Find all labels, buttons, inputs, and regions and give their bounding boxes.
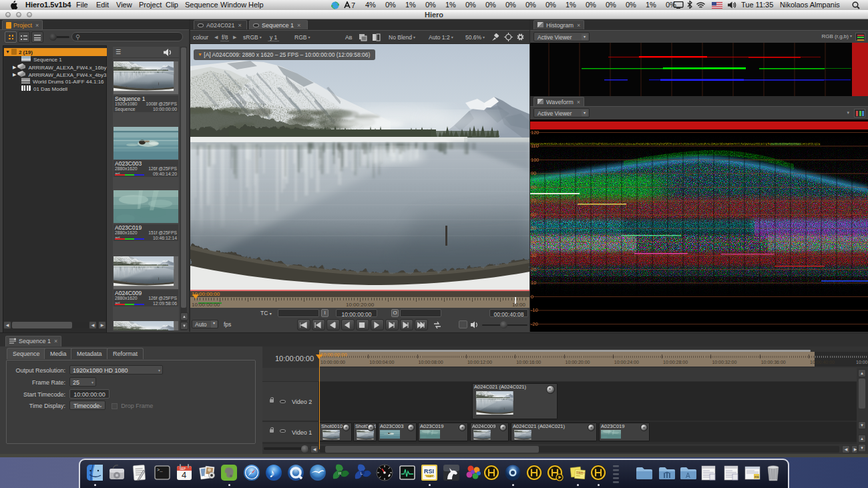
svg-text:A: A	[686, 472, 690, 479]
svg-text:110: 110	[531, 143, 539, 149]
svg-text:-10: -10	[531, 307, 538, 313]
svg-text:0: 0	[531, 294, 533, 300]
svg-text:-20: -20	[531, 321, 538, 327]
svg-text:4: 4	[182, 470, 186, 480]
svg-text:50: 50	[531, 225, 536, 231]
svg-text:20: 20	[531, 266, 536, 272]
svg-text:RSI: RSI	[424, 468, 434, 475]
svg-text:RSI: RSI	[754, 475, 759, 479]
svg-text:GUARD: GUARD	[426, 475, 435, 478]
svg-text:90: 90	[531, 170, 536, 176]
svg-text:80: 80	[531, 184, 536, 190]
svg-text:40: 40	[531, 239, 536, 245]
svg-text:R: R	[339, 471, 342, 475]
svg-text:100: 100	[531, 157, 539, 163]
svg-text:10: 10	[531, 280, 536, 286]
svg-text:120: 120	[531, 130, 539, 136]
svg-text:70: 70	[531, 198, 536, 204]
svg-text:30: 30	[531, 252, 536, 258]
svg-text:♪: ♪	[269, 467, 275, 480]
svg-text:60: 60	[531, 212, 536, 218]
svg-text:7: 7	[351, 1, 355, 9]
svg-text:>_: >_	[157, 467, 163, 473]
